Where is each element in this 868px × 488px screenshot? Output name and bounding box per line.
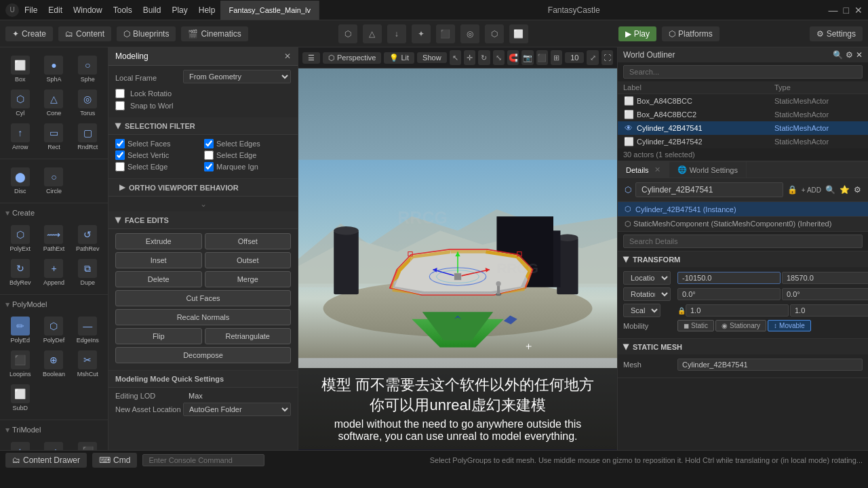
tool-loopins[interactable]: ⬛Loopins <box>4 348 37 380</box>
filter-edge2-checkbox[interactable] <box>115 162 125 171</box>
show-button[interactable]: Show <box>417 52 447 63</box>
location-y-input[interactable] <box>782 272 868 284</box>
details-settings-icon[interactable]: ⚙ <box>854 185 861 195</box>
play-button[interactable]: ▶ Play <box>618 26 656 41</box>
retriangulate-button[interactable]: Retriangulate <box>205 328 292 344</box>
lock-rotation-checkbox[interactable] <box>115 89 125 98</box>
tool-rect[interactable]: ▭Rect <box>38 121 71 153</box>
movable-mobility-button[interactable]: ↕ Movable <box>768 320 811 331</box>
decompose-button[interactable]: Decompose <box>115 347 291 363</box>
create-button[interactable]: ✦ Create <box>5 26 53 41</box>
details-lock-icon[interactable]: 🔒 <box>787 185 797 195</box>
tool-hfill[interactable]: ⬛HFill <box>71 439 104 450</box>
modeling-close-button[interactable]: ✕ <box>284 52 291 61</box>
offset-button[interactable]: Offset <box>205 233 292 249</box>
new-asset-location-select[interactable]: AutoGen Folder <box>183 403 291 416</box>
vp-move-icon[interactable]: ✛ <box>464 50 475 65</box>
tool-polydef[interactable]: ⬡PolyDef <box>38 314 71 346</box>
rotation-y-input[interactable] <box>782 288 868 300</box>
outliner-search-input[interactable] <box>623 65 863 79</box>
tool-cyl[interactable]: ⬡Cyl <box>4 87 37 119</box>
maximize-button[interactable]: □ <box>844 5 849 16</box>
perspective-button[interactable]: ⬡ Perspective <box>323 52 381 64</box>
tool-tried[interactable]: ⊿TriEd <box>38 439 71 450</box>
toolbar-icon-6[interactable]: ◎ <box>460 24 479 43</box>
vp-fullscreen-icon[interactable]: ⛶ <box>601 50 613 65</box>
console-command-input[interactable] <box>142 454 264 466</box>
outliner-settings-icon[interactable]: ⚙ <box>846 50 853 60</box>
menu-window[interactable]: Window <box>73 5 102 15</box>
vp-snap-icon[interactable]: 🧲 <box>507 50 519 65</box>
selection-filter-header[interactable]: ▶ SELECTION FILTER <box>108 117 298 135</box>
outliner-row-cyl2[interactable]: ⬜ Cylinder_42B47542 StaticMeshActor <box>618 135 868 148</box>
menu-edit[interactable]: Edit <box>48 5 62 15</box>
outliner-row-cyl1[interactable]: 👁 Cylinder_42B47541 StaticMeshActor <box>618 121 868 135</box>
rotation-x-input[interactable] <box>677 288 781 300</box>
vp-camera-icon[interactable]: 📷 <box>521 50 533 65</box>
toolbar-icon-4[interactable]: ✦ <box>412 24 431 43</box>
scale-select[interactable]: Scale <box>623 304 660 317</box>
tool-rndrct[interactable]: ▢RndRct <box>71 121 104 153</box>
add-component-button[interactable]: + ADD <box>802 186 821 194</box>
content-drawer-button[interactable]: 🗂 Content Drawer <box>5 453 87 468</box>
tool-spha[interactable]: ●SphA <box>38 53 71 85</box>
outset-button[interactable]: Outset <box>205 252 292 268</box>
platforms-button[interactable]: ⬡ Platforms <box>662 26 719 41</box>
tool-torus[interactable]: ◎Torus <box>71 87 104 119</box>
toolbar-icon-8[interactable]: ⬜ <box>509 24 528 43</box>
transform-section-header[interactable]: ▶ TRANSFORM <box>618 251 868 267</box>
stationary-mobility-button[interactable]: ◉ Stationary <box>715 320 766 331</box>
cut-faces-button[interactable]: Cut Faces <box>115 290 291 306</box>
menu-play[interactable]: Play <box>172 5 187 15</box>
snap-to-world-checkbox[interactable] <box>115 101 125 110</box>
delete-button[interactable]: Delete <box>115 271 202 287</box>
menu-build[interactable]: Build <box>143 5 161 15</box>
static-mesh-header[interactable]: ▶ STATIC MESH <box>618 339 868 354</box>
scale-x-input[interactable] <box>686 304 789 317</box>
lit-button[interactable]: 💡 Lit <box>384 52 414 64</box>
vp-grid-icon[interactable]: ⬛ <box>536 50 548 65</box>
tool-pathrev[interactable]: ↺PathRev <box>71 222 104 255</box>
vp-layout-icon[interactable]: ⊞ <box>551 50 562 65</box>
details-search-input[interactable] <box>623 235 863 248</box>
location-select[interactable]: Location <box>623 271 671 285</box>
vp-expand-icon[interactable]: ⤢ <box>587 50 598 65</box>
outliner-row-box2[interactable]: ⬜ Box_A84C8BCC2 StaticMeshActor <box>618 108 868 121</box>
tool-mshcut[interactable]: ✂MshCut <box>71 348 104 380</box>
tool-subd[interactable]: ⬜SubD <box>4 382 37 414</box>
toolbar-icon-5[interactable]: ⬛ <box>436 24 455 43</box>
tool-polyext[interactable]: ⬡PolyExt <box>4 222 37 255</box>
tool-edgeins[interactable]: —EdgeIns <box>71 314 104 346</box>
cinematics-button[interactable]: 🎬 Cinematics <box>181 26 248 41</box>
tool-polyed[interactable]: ✏PolyEd <box>4 314 37 346</box>
details-tab[interactable]: Details ✕ <box>618 162 669 178</box>
tool-append[interactable]: +Append <box>38 256 71 289</box>
extrude-button[interactable]: Extrude <box>115 233 202 249</box>
menu-tools[interactable]: Tools <box>113 5 132 15</box>
modeling-mode-header[interactable]: Modeling Mode Quick Settings <box>108 371 298 388</box>
toolbar-icon-7[interactable]: ⬡ <box>485 24 504 43</box>
vp-scale-icon[interactable]: ⤡ <box>493 50 505 65</box>
face-edits-header[interactable]: ▶ FACE EDITS <box>108 211 298 229</box>
outliner-close-button[interactable]: ✕ <box>856 50 863 60</box>
tool-bdyrev[interactable]: ↻BdyRev <box>4 256 37 289</box>
details-tab-close[interactable]: ✕ <box>654 165 660 174</box>
recalc-normals-button[interactable]: Recalc Normals <box>115 309 291 325</box>
ortho-behavior-header[interactable]: ▶ ORTHO VIEWPORT BEHAVIOR <box>108 179 298 197</box>
filter-faces-checkbox[interactable] <box>115 139 125 148</box>
menu-help[interactable]: Help <box>199 5 216 15</box>
scale-lock-icon[interactable]: 🔒 <box>677 305 686 316</box>
viewport[interactable]: ☰ ⬡ Perspective 💡 Lit Show ↖ ✛ ↻ ⤡ 🧲 📷 ⬛… <box>298 47 617 450</box>
tool-boolean[interactable]: ⊕Boolean <box>38 348 71 380</box>
tool-arrow[interactable]: ↑Arrow <box>4 121 37 153</box>
minimize-button[interactable]: — <box>829 5 838 16</box>
filter-marquee-checkbox[interactable] <box>204 162 214 171</box>
scale-y-input[interactable] <box>790 304 868 317</box>
static-mobility-button[interactable]: ◼ Static <box>677 320 714 331</box>
close-button[interactable]: ✕ <box>854 5 863 16</box>
local-frame-select[interactable]: From Geometry <box>183 70 291 83</box>
vp-rotate-icon[interactable]: ↻ <box>478 50 490 65</box>
filter-vertic-checkbox[interactable] <box>115 150 125 160</box>
tool-dupe[interactable]: ⧉Dupe <box>71 256 104 289</box>
tool-disc[interactable]: ⬤Disc <box>4 165 37 197</box>
